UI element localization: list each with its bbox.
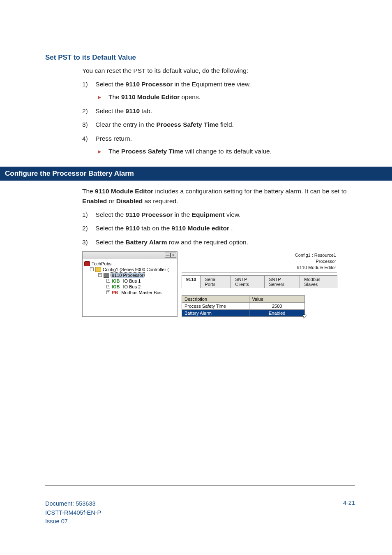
project-icon	[84, 261, 90, 266]
steps-list-2: 1) Select the 9110 Processor in the Equi…	[82, 209, 355, 248]
step-text: Select the Battery Alarm row and the req…	[95, 239, 248, 246]
cursor-icon: ➤	[301, 311, 308, 319]
iob-tag: IOB	[112, 279, 120, 283]
step-3: 3) Clear the entry in the Process Safety…	[82, 118, 355, 130]
step-number: 3)	[82, 118, 94, 130]
sub-bullet: ▶ The Process Safety Time will change to…	[98, 145, 355, 157]
triangle-bullet-icon: ▶	[98, 93, 107, 102]
footer-partnumber: ICSTT-RM405f-EN-P	[45, 509, 101, 518]
tree-node-config[interactable]: - Config1 (Series 9000 Controller (	[84, 267, 175, 272]
tree-label: IO Bus 2	[123, 284, 141, 289]
cell-value[interactable]: Enabled ➤	[249, 309, 305, 316]
section-bar-battery-alarm: Configure the Processor Battery Alarm	[0, 167, 392, 181]
tree-node-iob1[interactable]: + IOB IO Bus 1	[84, 278, 175, 284]
step-text: Select the 9110 Processor in the Equipme…	[95, 211, 240, 218]
editor-title: Processor	[182, 258, 336, 265]
footer-left: Document: 553633 ICSTT-RM405f-EN-P Issue…	[45, 499, 101, 526]
step-number: 4)	[82, 132, 94, 144]
steps-list-1: 1) Select the 9110 Processor in the Equi…	[82, 78, 355, 158]
sub-text: The 9110 Module Editor opens.	[108, 93, 201, 100]
footer-document: Document: 553633	[45, 499, 101, 509]
step-text: Press return.	[95, 135, 132, 142]
expand-icon[interactable]: +	[106, 285, 110, 288]
table-row-battery-alarm[interactable]: Battery Alarm Enabled ➤	[182, 309, 305, 316]
step-number: 3)	[82, 236, 94, 248]
step-2: 2) Select the 9110 tab.	[82, 105, 355, 117]
window-close-icon[interactable]: ×	[171, 253, 176, 258]
expand-icon[interactable]: +	[106, 279, 110, 283]
tree-label: TechPubs	[92, 261, 111, 266]
tree-node-processor[interactable]: - 9110 Processor	[84, 272, 175, 278]
screenshot-figure: — × TechPubs - Config1 (Series 9000 Cont…	[82, 251, 337, 317]
tree-node-pb[interactable]: + PB Modbus Master Bus	[84, 290, 175, 295]
table-header-row: Description Value	[182, 295, 305, 302]
step-1: 1) Select the 9110 Processor in the Equi…	[82, 209, 355, 221]
editor-tabs: 9110 Serial Ports SNTP Clients SNTP Serv…	[182, 275, 337, 288]
sub-text: The Process Safety Time will change to i…	[108, 148, 272, 155]
step-text: Clear the entry in the Process Safety Ti…	[95, 121, 234, 128]
intro-text: You can reset the PST to its default val…	[82, 66, 355, 76]
step-text: Select the 9110 tab.	[95, 107, 152, 114]
tab-sntp-clients[interactable]: SNTP Clients	[231, 275, 265, 288]
step-3: 3) Select the Battery Alarm row and the …	[82, 236, 355, 248]
cell-desc: Battery Alarm	[182, 309, 249, 316]
tab-9110[interactable]: 9110	[182, 275, 201, 288]
tab-sntp-servers[interactable]: SNTP Servers	[264, 275, 300, 288]
intro-text-2: The 9110 Module Editor includes a config…	[82, 186, 355, 206]
tree-body: TechPubs - Config1 (Series 9000 Controll…	[83, 259, 177, 300]
tree-node-root[interactable]: TechPubs	[84, 261, 175, 267]
footer-rule	[45, 485, 355, 485]
step-number: 2)	[82, 222, 94, 234]
col-value: Value	[249, 295, 305, 302]
tree-label: Modbus Master Bus	[121, 290, 161, 295]
col-description: Description	[182, 295, 249, 302]
cell-value[interactable]: 2500	[249, 302, 305, 309]
breadcrumb: Config1 : Resource1	[182, 252, 336, 258]
sub-bullet: ▶ The 9110 Module Editor opens.	[98, 91, 355, 103]
config-icon	[95, 267, 101, 272]
iob-tag: IOB	[112, 284, 120, 289]
step-number: 1)	[82, 209, 94, 221]
page-footer: Document: 553633 ICSTT-RM405f-EN-P Issue…	[45, 485, 355, 526]
step-1: 1) Select the 9110 Processor in the Equi…	[82, 78, 355, 103]
triangle-bullet-icon: ▶	[98, 147, 107, 156]
window-minimize-icon[interactable]: —	[165, 253, 171, 258]
step-2: 2) Select the 9110 tab on the 9110 Modul…	[82, 222, 355, 234]
editor-subtitle: 9110 Module Editor	[182, 265, 336, 271]
heading-set-pst: Set PST to its Default Value	[45, 53, 355, 62]
processor-icon	[104, 273, 109, 278]
editor-header: Config1 : Resource1 Processor 9110 Modul…	[182, 252, 337, 271]
equipment-tree-pane: — × TechPubs - Config1 (Series 9000 Cont…	[82, 251, 178, 317]
collapse-icon[interactable]: -	[98, 273, 102, 277]
tree-label: Config1 (Series 9000 Controller (	[103, 267, 169, 272]
module-editor-pane: Config1 : Resource1 Processor 9110 Modul…	[182, 251, 337, 317]
divider	[182, 272, 337, 273]
step-number: 2)	[82, 105, 94, 117]
collapse-icon[interactable]: -	[90, 267, 94, 271]
table-row-pst[interactable]: Process Safety Time 2500	[182, 302, 305, 309]
cell-desc: Process Safety Time	[182, 302, 249, 309]
step-4: 4) Press return. ▶ The Process Safety Ti…	[82, 132, 355, 158]
pane-titlebar: — ×	[83, 252, 177, 259]
tree-node-iob2[interactable]: + IOB IO Bus 2	[84, 284, 175, 290]
tab-modbus-slaves[interactable]: Modbus Slaves	[300, 275, 337, 288]
step-number: 1)	[82, 78, 94, 90]
step-text: Select the 9110 tab on the 9110 Module e…	[95, 225, 233, 232]
expand-icon[interactable]: +	[106, 290, 110, 294]
step-text: Select the 9110 Processor in the Equipme…	[95, 81, 251, 88]
tree-label-selected: 9110 Processor	[111, 273, 144, 278]
tab-serial-ports[interactable]: Serial Ports	[200, 275, 231, 288]
footer-page-number: 4-21	[343, 499, 355, 526]
pb-tag: PB	[112, 290, 118, 295]
tree-label: IO Bus 1	[123, 279, 141, 283]
property-table: Description Value Process Safety Time 25…	[182, 295, 305, 317]
footer-issue: Issue 07	[45, 517, 101, 526]
